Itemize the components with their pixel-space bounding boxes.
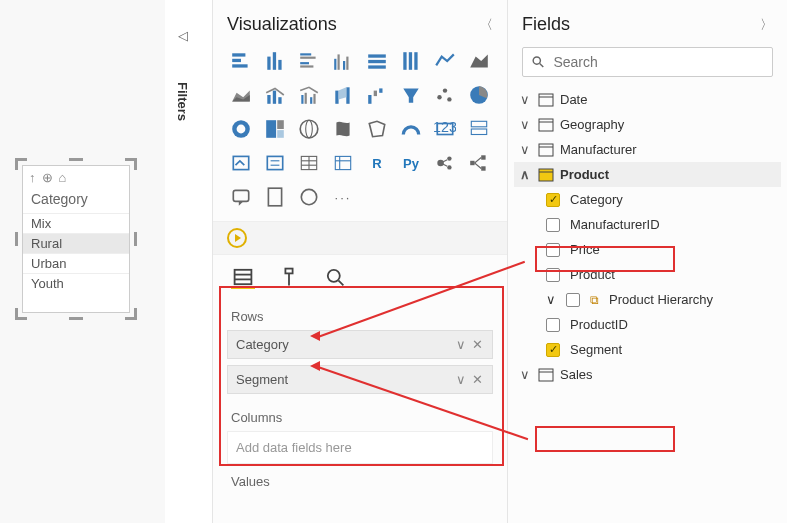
- checkbox-icon[interactable]: [546, 268, 560, 282]
- line-stacked-column-icon[interactable]: [261, 81, 289, 109]
- clustered-bar-icon[interactable]: [295, 47, 323, 75]
- svg-rect-63: [470, 161, 474, 165]
- slicer-icon[interactable]: [261, 149, 289, 177]
- field-productid[interactable]: ProductID: [514, 312, 781, 337]
- svg-rect-21: [273, 91, 276, 104]
- drill-expand-icon[interactable]: ⌂: [59, 170, 67, 185]
- svg-point-78: [533, 57, 540, 64]
- svg-rect-16: [368, 65, 386, 68]
- rows-well-segment[interactable]: Segment ∨ ✕: [227, 365, 493, 394]
- svg-point-33: [443, 88, 447, 92]
- play-axis-icon[interactable]: [227, 228, 247, 248]
- matrix-row[interactable]: Mix: [23, 213, 129, 233]
- svg-line-77: [339, 281, 344, 286]
- table-product[interactable]: ∧Product: [514, 162, 781, 187]
- columns-well-placeholder[interactable]: Add data fields here: [227, 431, 493, 464]
- line-chart-icon[interactable]: [431, 47, 459, 75]
- fields-search[interactable]: [522, 47, 773, 77]
- waterfall-icon[interactable]: [363, 81, 391, 109]
- clustered-column-icon[interactable]: [329, 47, 357, 75]
- chevron-up-icon: ∧: [518, 167, 532, 182]
- format-tab-icon[interactable]: [277, 265, 301, 289]
- shape-map-icon[interactable]: [363, 115, 391, 143]
- analytics-tab-icon[interactable]: [323, 265, 347, 289]
- checkbox-icon[interactable]: [566, 293, 580, 307]
- field-label: Segment: [570, 342, 622, 357]
- table-icon: [538, 168, 554, 182]
- filters-panel-tab[interactable]: Filters: [175, 82, 190, 121]
- field-segment[interactable]: Segment: [514, 337, 781, 362]
- field-manufacturerid[interactable]: ManufacturerID: [514, 212, 781, 237]
- qna-visual-icon[interactable]: [227, 183, 255, 211]
- table-date[interactable]: ∨Date: [514, 87, 781, 112]
- table-manufacturer[interactable]: ∨Manufacturer: [514, 137, 781, 162]
- donut-chart-icon[interactable]: [227, 115, 255, 143]
- more-visuals-icon[interactable]: ···: [329, 183, 357, 211]
- paginated-report-icon[interactable]: [261, 183, 289, 211]
- svg-rect-65: [481, 166, 485, 170]
- filters-collapse-icon[interactable]: ◁: [178, 28, 188, 43]
- matrix-row[interactable]: Rural: [23, 233, 129, 253]
- stacked-bar-icon[interactable]: [227, 47, 255, 75]
- arcgis-map-icon[interactable]: [295, 183, 323, 211]
- matrix-icon[interactable]: [329, 149, 357, 177]
- hundred-stacked-column-icon[interactable]: [397, 47, 425, 75]
- matrix-visual[interactable]: ↑ ⊕ ⌂ Category Mix Rural Urban Youth: [22, 165, 130, 313]
- scatter-icon[interactable]: [431, 81, 459, 109]
- key-influencers-icon[interactable]: [431, 149, 459, 177]
- checkbox-checked-icon[interactable]: [546, 343, 560, 357]
- table-icon[interactable]: [295, 149, 323, 177]
- decomposition-tree-icon[interactable]: [465, 149, 493, 177]
- field-label: ProductID: [570, 317, 628, 332]
- table-sales[interactable]: ∨Sales: [514, 362, 781, 387]
- svg-rect-3: [267, 57, 270, 70]
- r-visual-icon[interactable]: R: [363, 149, 391, 177]
- svg-rect-10: [334, 59, 336, 70]
- drill-play-row: [213, 221, 507, 255]
- checkbox-icon[interactable]: [546, 318, 560, 332]
- stacked-column-icon[interactable]: [261, 47, 289, 75]
- checkbox-icon[interactable]: [546, 243, 560, 257]
- field-category[interactable]: Category: [514, 187, 781, 212]
- area-chart-icon[interactable]: [465, 47, 493, 75]
- table-icon: [538, 93, 554, 107]
- report-canvas[interactable]: ↑ ⊕ ⌂ Category Mix Rural Urban Youth: [0, 0, 165, 523]
- checkbox-checked-icon[interactable]: [546, 193, 560, 207]
- drill-up-icon[interactable]: ↑: [29, 170, 36, 185]
- field-price[interactable]: Price: [514, 237, 781, 262]
- line-clustered-column-icon[interactable]: [295, 81, 323, 109]
- filled-map-icon[interactable]: [329, 115, 357, 143]
- python-visual-icon[interactable]: Py: [397, 149, 425, 177]
- matrix-row[interactable]: Youth: [23, 273, 129, 293]
- pie-chart-icon[interactable]: [465, 81, 493, 109]
- svg-point-41: [300, 120, 318, 138]
- search-input[interactable]: [553, 54, 764, 70]
- field-product-hierarchy[interactable]: ∨⧉Product Hierarchy: [514, 287, 781, 312]
- multi-row-card-icon[interactable]: [465, 115, 493, 143]
- stacked-area-icon[interactable]: [227, 81, 255, 109]
- table-icon: [538, 143, 554, 157]
- map-icon[interactable]: [295, 115, 323, 143]
- drill-toggle-icon[interactable]: ⊕: [42, 170, 53, 185]
- collapse-fields-icon[interactable]: 〉: [760, 16, 773, 34]
- rows-well-category[interactable]: Category ∨ ✕: [227, 330, 493, 359]
- checkbox-icon[interactable]: [546, 218, 560, 232]
- treemap-icon[interactable]: [261, 115, 289, 143]
- table-geography[interactable]: ∨Geography: [514, 112, 781, 137]
- field-product[interactable]: Product: [514, 262, 781, 287]
- matrix-row[interactable]: Urban: [23, 253, 129, 273]
- card-icon[interactable]: 123: [431, 115, 459, 143]
- fields-title: Fields: [522, 14, 570, 35]
- hundred-stacked-bar-icon[interactable]: [363, 47, 391, 75]
- svg-rect-11: [338, 54, 340, 69]
- well-actions-icon[interactable]: ∨ ✕: [456, 372, 484, 387]
- kpi-icon[interactable]: [227, 149, 255, 177]
- well-actions-icon[interactable]: ∨ ✕: [456, 337, 484, 352]
- funnel-icon[interactable]: [397, 81, 425, 109]
- visual-header-icons[interactable]: ↑ ⊕ ⌂: [23, 166, 129, 189]
- svg-rect-80: [539, 94, 553, 106]
- gauge-icon[interactable]: [397, 115, 425, 143]
- ribbon-chart-icon[interactable]: [329, 81, 357, 109]
- collapse-viz-icon[interactable]: 〈: [480, 16, 493, 34]
- fields-tab-icon[interactable]: [231, 265, 255, 289]
